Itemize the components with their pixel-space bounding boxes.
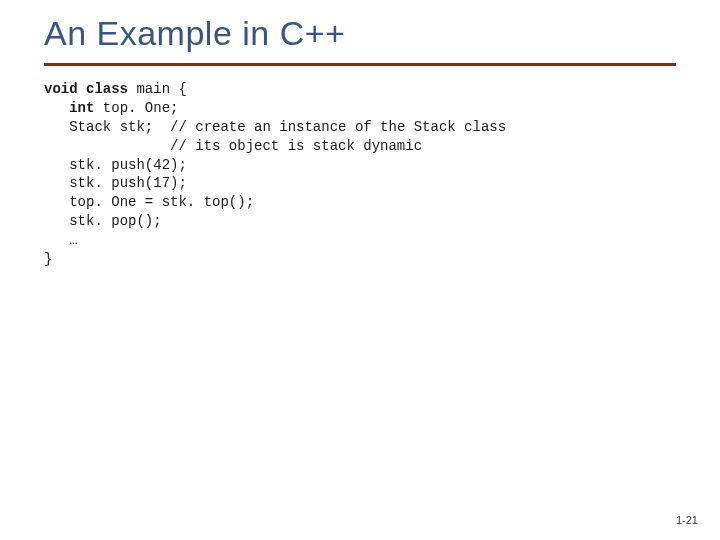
comment-1: // create an instance of the Stack class [170,119,506,135]
line-assign: top. One = stk. top(); [69,194,254,210]
comment-2-pad [44,138,170,154]
indent-6 [44,213,69,229]
indent-5 [44,194,69,210]
line-push42: stk. push(42); [69,157,187,173]
indent-4 [44,175,69,191]
page-number: 1-21 [676,514,698,526]
line-push17: stk. push(17); [69,175,187,191]
line-close: } [44,251,52,267]
kw-int: int [69,100,94,116]
decl-stk: Stack stk; [69,119,170,135]
comment-2: // its object is stack dynamic [170,138,422,154]
fn-main: main { [128,81,187,97]
indent-3 [44,157,69,173]
code-block: void class main { int top. One; Stack st… [0,66,720,269]
slide: An Example in C++ void class main { int … [0,0,720,540]
indent-7 [44,232,69,248]
page-title: An Example in C++ [0,0,720,53]
line-ellipsis: … [69,232,77,248]
kw-class: class [86,81,128,97]
indent-1 [44,100,69,116]
line-pop: stk. pop(); [69,213,161,229]
indent-2 [44,119,69,135]
kw-void: void [44,81,78,97]
decl-topone: top. One; [94,100,178,116]
